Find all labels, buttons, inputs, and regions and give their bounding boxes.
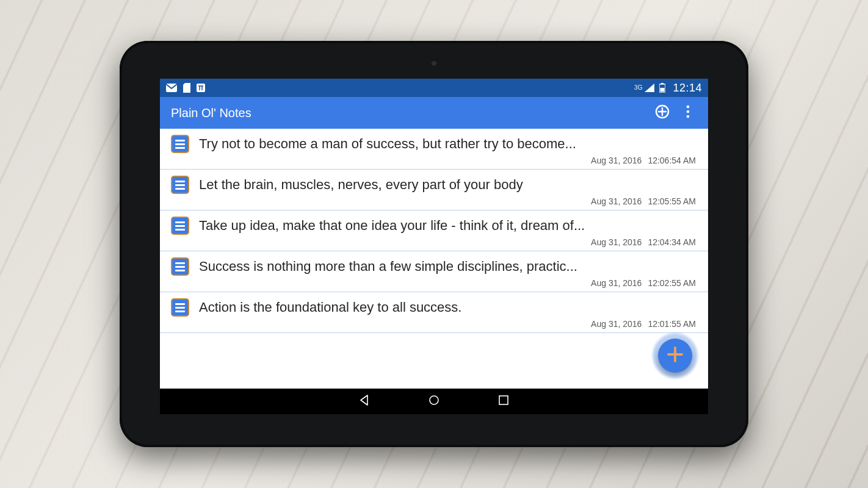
app-bar: Plain Ol' Notes xyxy=(160,97,708,129)
signal-icon xyxy=(645,84,654,92)
svg-rect-4 xyxy=(660,88,665,92)
more-vert-icon xyxy=(686,105,690,121)
plus-icon xyxy=(666,345,684,366)
note-row[interactable]: Try not to become a man of success, but … xyxy=(160,129,708,170)
network-label: 3G xyxy=(634,85,642,91)
svg-rect-10 xyxy=(499,396,508,404)
recents-button[interactable] xyxy=(492,390,515,413)
home-icon xyxy=(428,394,440,409)
note-meta: Aug 31, 201612:04:34 AM xyxy=(171,237,697,247)
note-icon xyxy=(171,217,189,235)
device-screen: 3G 12:14 Plain Ol' Notes xyxy=(160,79,708,414)
svg-point-6 xyxy=(687,106,690,109)
note-meta: Aug 31, 201612:02:55 AM xyxy=(171,278,697,288)
recents-icon xyxy=(498,395,509,408)
svg-point-9 xyxy=(430,396,438,404)
notes-list: Try not to become a man of success, but … xyxy=(160,129,708,389)
clock: 12:14 xyxy=(673,82,702,95)
add-note-fab[interactable] xyxy=(658,339,692,373)
note-title: Try not to become a man of success, but … xyxy=(199,136,697,152)
note-title: Take up idea, make that one idea your li… xyxy=(199,218,697,234)
new-note-action[interactable] xyxy=(649,100,675,126)
tablet-camera xyxy=(431,60,437,66)
battery-icon xyxy=(659,83,665,93)
note-row[interactable]: Success is nothing more than a few simpl… xyxy=(160,251,708,292)
note-row[interactable]: Action is the foundational key to all su… xyxy=(160,292,708,333)
tablet-frame: 3G 12:14 Plain Ol' Notes xyxy=(120,41,748,447)
back-button[interactable] xyxy=(353,390,376,413)
note-row[interactable]: Take up idea, make that one idea your li… xyxy=(160,210,708,251)
app-title: Plain Ol' Notes xyxy=(171,106,251,120)
fab-ripple xyxy=(651,331,700,380)
note-icon xyxy=(171,135,189,153)
note-meta: Aug 31, 201612:06:54 AM xyxy=(171,156,697,165)
status-bar: 3G 12:14 xyxy=(160,79,708,97)
svg-point-8 xyxy=(687,115,690,118)
note-icon xyxy=(171,257,189,276)
note-icon xyxy=(171,298,189,317)
note-title: Success is nothing more than a few simpl… xyxy=(199,259,697,274)
back-icon xyxy=(358,394,371,409)
svg-point-7 xyxy=(687,110,690,113)
home-button[interactable] xyxy=(422,390,446,413)
note-title: Let the brain, muscles, nerves, every pa… xyxy=(199,177,697,193)
note-meta: Aug 31, 201612:01:55 AM xyxy=(171,319,697,329)
add-circle-icon xyxy=(654,104,670,122)
status-left xyxy=(166,83,205,93)
note-icon xyxy=(171,176,189,194)
text-icon xyxy=(197,84,205,92)
note-row[interactable]: Let the brain, muscles, nerves, every pa… xyxy=(160,170,708,210)
note-title: Action is the foundational key to all su… xyxy=(199,300,697,315)
note-meta: Aug 31, 201612:05:55 AM xyxy=(171,196,697,206)
nav-bar xyxy=(160,389,708,414)
overflow-menu[interactable] xyxy=(675,100,701,126)
mail-icon xyxy=(166,84,177,92)
sd-card-icon xyxy=(183,83,190,93)
status-right: 3G 12:14 xyxy=(634,82,702,95)
svg-rect-1 xyxy=(197,84,205,92)
